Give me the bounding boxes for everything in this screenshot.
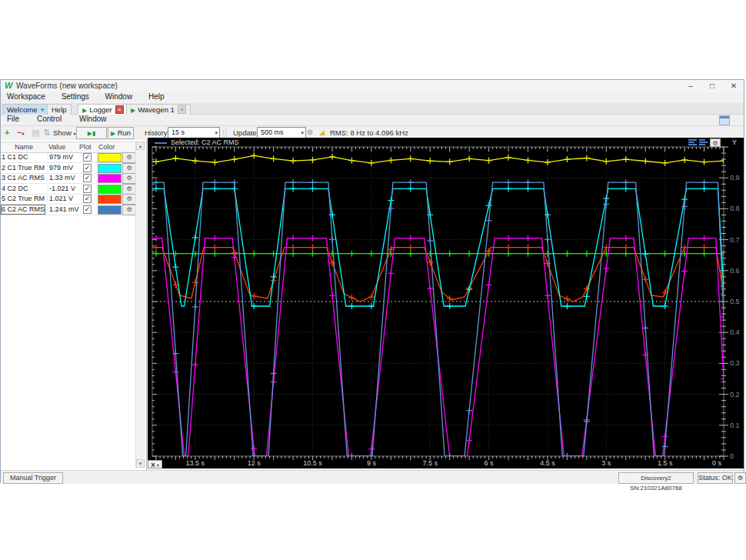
menu-item-help[interactable]: Help — [148, 92, 165, 101]
svg-text:0.6: 0.6 — [730, 267, 740, 275]
window-title: WaveForms (new workspace) — [16, 82, 118, 90]
column-value: Value — [48, 143, 65, 151]
channel-panel: Name Value Plot Color 1 C1 DC979 mV✓⚙2 C… — [1, 140, 147, 470]
x-axis-button[interactable]: X ▾ — [148, 460, 162, 468]
logger-menu: File Control Window — [1, 115, 744, 126]
channel-plot-checkbox[interactable]: ✓ — [83, 205, 92, 214]
scroll-up-icon[interactable]: ▲ — [136, 142, 145, 150]
channel-settings-button[interactable]: ⚙ — [122, 184, 136, 195]
single-button[interactable]: ▶▮ Single — [76, 127, 107, 139]
svg-text:0.9: 0.9 — [730, 174, 740, 182]
play-icon: ▶ — [82, 107, 87, 114]
column-color: Color — [98, 143, 115, 151]
table-row[interactable]: 2 C1 True RMS979 mV✓⚙ — [1, 163, 136, 174]
close-button[interactable]: ✕ — [724, 80, 744, 92]
table-row[interactable]: 6 C2 AC RMS1.241 mV✓⚙ — [1, 205, 136, 215]
logger-menu-control[interactable]: Control — [37, 115, 62, 123]
show-menu-button[interactable]: Show ▾ — [53, 128, 75, 137]
channel-name[interactable]: 3 C1 AC RMS — [2, 174, 45, 182]
y-axis-button[interactable]: Y — [732, 138, 737, 146]
chart-legend: Selected: C2 AC RMS — [171, 138, 239, 146]
fit-icon[interactable] — [688, 139, 697, 146]
tab-logger[interactable]: ▶Logger× — [78, 104, 128, 115]
channel-color-swatch[interactable] — [98, 205, 122, 215]
channel-name[interactable]: 2 C1 True RMS — [2, 164, 45, 172]
channel-value: 979 mV — [47, 164, 82, 172]
status-gear-button[interactable]: ⚙ — [734, 472, 746, 484]
table-row[interactable]: 3 C1 AC RMS1.33 mV✓⚙ — [1, 173, 136, 184]
channel-plot-checkbox[interactable]: ✓ — [83, 164, 92, 172]
channel-plot-checkbox[interactable]: ✓ — [83, 174, 92, 182]
menu-item-workspace[interactable]: Workspace — [7, 92, 45, 101]
legend-line — [155, 142, 167, 144]
table-scrollbar[interactable]: ▲ ▼ — [135, 142, 145, 468]
logger-menu-window[interactable]: Window — [79, 115, 107, 123]
svg-text:0.5: 0.5 — [730, 298, 740, 305]
channel-value: 979 mV — [47, 153, 82, 162]
svg-text:0: 0 — [730, 452, 734, 460]
update-select[interactable]: 500 ms▾ — [257, 127, 306, 138]
svg-text:0.7: 0.7 — [730, 236, 740, 244]
table-row[interactable]: 1 C1 DC979 mV✓⚙ — [1, 152, 136, 163]
play-icon: ▶ — [131, 107, 135, 114]
tab-wavegen[interactable]: ▶Wavegen 1× — [126, 104, 191, 115]
maximize-button[interactable]: □ — [702, 80, 722, 92]
svg-text:0.2: 0.2 — [730, 391, 740, 398]
tab-wavegen-label: Wavegen 1 — [138, 105, 175, 114]
channel-plot-checkbox[interactable]: ✓ — [83, 153, 92, 162]
gear-icon[interactable]: ⚙ — [307, 127, 313, 138]
svg-text:0.1: 0.1 — [730, 422, 740, 429]
channel-color-swatch[interactable] — [98, 174, 122, 183]
tab-help-label: Help — [52, 105, 67, 114]
channel-name[interactable]: 4 C2 DC — [2, 185, 45, 193]
menu-item-window[interactable]: Window — [105, 92, 133, 101]
scroll-down-icon[interactable]: ▼ — [136, 459, 145, 468]
tab-welcome-label: Welcome — [7, 105, 37, 114]
minimize-button[interactable]: – — [681, 80, 701, 92]
run-icon: ▶ — [111, 130, 115, 137]
channel-settings-button[interactable]: ⚙ — [122, 173, 136, 184]
chevron-down-icon: ▾ — [157, 463, 159, 468]
run-button[interactable]: ▶ Run — [108, 127, 134, 139]
axes-icon[interactable] — [699, 139, 708, 146]
chart-header: Selected: C2 AC RMS ⚙ Y — [148, 138, 744, 148]
close-icon[interactable]: × — [178, 105, 186, 114]
channel-settings-button[interactable]: ⚙ — [122, 152, 136, 163]
history-select[interactable]: 15 s▾ — [168, 127, 220, 138]
channel-color-swatch[interactable] — [98, 164, 122, 173]
status-bar: Manual Trigger Discovery2 SN:210321A8076… — [1, 470, 744, 484]
channel-color-swatch[interactable] — [98, 185, 122, 194]
table-row[interactable]: 5 C2 True RMS1.021 V✓⚙ — [1, 194, 136, 205]
waveforms-window: W WaveForms (new workspace) – □ ✕ Worksp… — [0, 79, 744, 483]
svg-text:3 s: 3 s — [601, 459, 611, 467]
channel-name[interactable]: 5 C2 True RMS — [2, 195, 45, 203]
channel-color-swatch[interactable] — [98, 153, 122, 162]
remove-channel-button[interactable]: −▾ — [17, 127, 24, 139]
close-icon[interactable]: × — [115, 105, 124, 114]
tab-welcome[interactable]: Welcome+ — [2, 104, 49, 115]
float-window-icon[interactable] — [719, 115, 730, 125]
device-info: Discovery2 SN:210321A80768 — [618, 472, 694, 484]
channel-value: 1.241 mV — [47, 205, 82, 214]
svg-text:1.5 s: 1.5 s — [658, 459, 673, 467]
instrument-tabs: Welcome+ Help ▶Logger× ▶Wavegen 1× — [1, 103, 744, 115]
channel-plot-checkbox[interactable]: ✓ — [83, 195, 92, 203]
table-row[interactable]: 4 C2 DC-1.021 V✓⚙ — [1, 184, 136, 195]
channel-settings-button[interactable]: ⚙ — [122, 194, 136, 205]
chart-canvas[interactable]: 0.90.80.70.60.50.40.30.20.1013.5 s12 s10… — [148, 138, 744, 468]
svg-text:6 s: 6 s — [485, 459, 495, 467]
channel-settings-button[interactable]: ⚙ — [122, 205, 136, 215]
tab-help[interactable]: Help — [47, 104, 72, 115]
manual-trigger-button[interactable]: Manual Trigger — [3, 472, 63, 484]
logger-menu-file[interactable]: File — [7, 115, 19, 123]
channel-plot-checkbox[interactable]: ✓ — [83, 185, 92, 193]
channel-settings-button[interactable]: ⚙ — [122, 163, 136, 174]
channel-name[interactable]: 1 C1 DC — [2, 153, 45, 162]
history-label: History: — [145, 128, 169, 137]
channel-name[interactable]: 6 C2 AC RMS — [2, 205, 45, 214]
add-channel-button[interactable]: + — [5, 127, 9, 138]
chart-settings-button[interactable]: ⚙ — [710, 138, 721, 147]
menu-item-settings[interactable]: Settings — [62, 92, 89, 101]
channel-color-swatch[interactable] — [98, 195, 122, 204]
logger-chart[interactable]: 0.90.80.70.60.50.40.30.20.1013.5 s12 s10… — [148, 138, 744, 468]
